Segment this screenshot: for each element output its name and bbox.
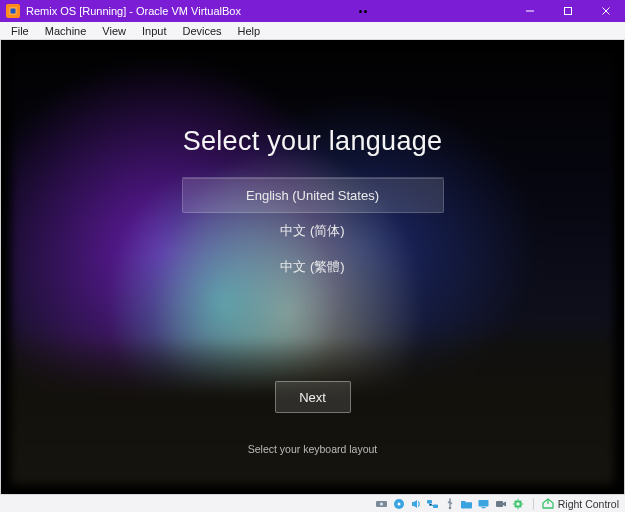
- menu-input[interactable]: Input: [135, 24, 173, 38]
- language-option-zh-tw[interactable]: 中文 (繁體): [182, 249, 444, 285]
- statusbar: Right Control: [0, 494, 625, 512]
- svg-rect-10: [427, 500, 432, 504]
- minimize-button[interactable]: [511, 0, 549, 22]
- hostkey-label: Right Control: [558, 498, 619, 510]
- virtualbox-app-icon: [6, 4, 20, 18]
- menu-machine[interactable]: Machine: [38, 24, 94, 38]
- keyboard-layout-hint: Select your keyboard layout: [248, 443, 378, 455]
- usb-icon[interactable]: [443, 497, 457, 510]
- window-title: Remix OS [Running] - Oracle VM VirtualBo…: [26, 5, 241, 17]
- recording-icon[interactable]: [494, 497, 508, 510]
- menu-file[interactable]: File: [4, 24, 36, 38]
- hostkey-icon: [542, 498, 554, 509]
- page-title: Select your language: [183, 126, 443, 157]
- optical-drive-icon[interactable]: [392, 497, 406, 510]
- vm-display[interactable]: Select your language English (United Sta…: [0, 40, 625, 494]
- svg-rect-17: [516, 502, 519, 505]
- cpu-icon[interactable]: [511, 497, 525, 510]
- language-option-en-us[interactable]: English (United States): [182, 178, 444, 213]
- svg-point-12: [448, 506, 451, 509]
- svg-rect-14: [482, 507, 486, 508]
- menu-view[interactable]: View: [95, 24, 133, 38]
- shared-folder-icon[interactable]: [460, 497, 474, 510]
- close-button[interactable]: [587, 0, 625, 22]
- title-indicator-icon: [359, 10, 367, 13]
- svg-rect-3: [565, 8, 572, 15]
- svg-point-9: [397, 502, 400, 505]
- menubar: File Machine View Input Devices Help: [0, 22, 625, 40]
- statusbar-separator: [533, 498, 534, 510]
- next-button[interactable]: Next: [275, 381, 351, 413]
- hard-disk-icon[interactable]: [375, 497, 389, 510]
- svg-rect-13: [479, 500, 489, 507]
- setup-wizard: Select your language English (United Sta…: [11, 54, 614, 484]
- statusbar-icons: [375, 497, 525, 510]
- language-option-zh-cn[interactable]: 中文 (简体): [182, 213, 444, 249]
- svg-rect-15: [496, 501, 503, 507]
- language-list: English (United States) 中文 (简体) 中文 (繁體): [182, 177, 444, 285]
- svg-rect-1: [11, 9, 16, 14]
- display-icon[interactable]: [477, 497, 491, 510]
- network-icon[interactable]: [426, 497, 440, 510]
- audio-icon[interactable]: [409, 497, 423, 510]
- svg-rect-11: [433, 504, 438, 508]
- maximize-button[interactable]: [549, 0, 587, 22]
- menu-devices[interactable]: Devices: [175, 24, 228, 38]
- window-titlebar: Remix OS [Running] - Oracle VM VirtualBo…: [0, 0, 625, 22]
- menu-help[interactable]: Help: [231, 24, 268, 38]
- svg-point-7: [380, 502, 383, 505]
